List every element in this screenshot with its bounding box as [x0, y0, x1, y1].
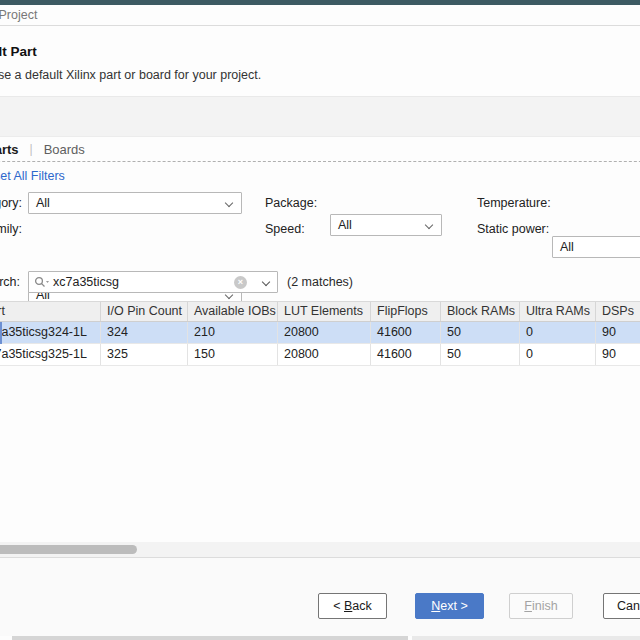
col-header-flipflops[interactable]: FlipFlops: [371, 302, 441, 321]
chevron-down-icon: [425, 221, 433, 229]
window-title: New Project: [0, 5, 37, 26]
cell-io-pin-count: 324: [101, 322, 188, 343]
cell-lut-elements: 20800: [278, 322, 371, 343]
cell-part: xc7a35ticsg325-1L: [0, 344, 101, 365]
package-select-value: All: [338, 218, 352, 232]
page-title: Default Part: [0, 44, 37, 59]
col-header-block-rams[interactable]: Block RAMs: [441, 302, 520, 321]
page-subtitle: Choose a default Xilinx part or board fo…: [0, 68, 261, 82]
category-select[interactable]: All: [28, 192, 242, 214]
category-select-value: All: [36, 196, 50, 210]
new-project-wizard-window: New Project Default Part Choose a defaul…: [0, 0, 640, 640]
cell-block-rams: 50: [441, 344, 520, 365]
table-row[interactable]: xc7a35ticsg325-1L 325 150 20800 41600 50…: [0, 344, 640, 366]
dashed-divider: [0, 161, 640, 162]
parts-table-header: Part I/O Pin Count Available IOBs LUT El…: [0, 301, 640, 322]
finish-button[interactable]: Finish: [509, 593, 573, 619]
horizontal-scrollbar[interactable]: [0, 542, 640, 557]
search-label: Search:: [0, 271, 20, 293]
family-label: Family:: [0, 218, 22, 240]
circle-x-icon[interactable]: ×: [234, 276, 247, 289]
col-header-io-pin-count[interactable]: I/O Pin Count: [101, 302, 188, 321]
tab-separator: |: [30, 142, 33, 156]
cell-ultra-rams: 0: [520, 344, 596, 365]
speed-label: Speed:: [265, 218, 305, 240]
cell-part: xc7a35ticsg324-1L: [0, 322, 101, 343]
wizard-banner: Default Part Choose a default Xilinx par…: [0, 26, 640, 96]
back-button[interactable]: < Back: [318, 593, 387, 619]
chevron-down-icon[interactable]: [262, 278, 270, 286]
search-input[interactable]: xc7a35ticsg ×: [28, 271, 278, 293]
cell-flipflops: 41600: [371, 344, 441, 365]
match-count: (2 matches): [287, 271, 353, 293]
cell-dsps: 90: [596, 322, 640, 343]
package-label: Package:: [265, 192, 317, 214]
static-power-label: Static power:: [477, 218, 549, 240]
background-window-edge-left: [12, 636, 408, 640]
next-button[interactable]: Next >: [415, 593, 484, 619]
cell-ultra-rams: 0: [520, 322, 596, 343]
cell-available-iobs: 150: [188, 344, 278, 365]
temperature-select-value: All: [560, 240, 574, 254]
window-titlebar: New Project: [0, 5, 640, 26]
cell-io-pin-count: 325: [101, 344, 188, 365]
cell-block-rams: 50: [441, 322, 520, 343]
reset-all-filters-link[interactable]: Reset All Filters: [0, 169, 65, 183]
col-header-ultra-rams[interactable]: Ultra RAMs: [520, 302, 596, 321]
magnifier-icon: [34, 276, 50, 289]
parts-boards-tabs: Parts | Boards: [0, 139, 85, 159]
cell-available-iobs: 210: [188, 322, 278, 343]
tab-parts[interactable]: Parts: [0, 142, 19, 157]
cancel-button[interactable]: Cancel: [603, 593, 640, 619]
category-label: Category:: [0, 192, 22, 214]
cell-dsps: 90: [596, 344, 640, 365]
parts-table: Part I/O Pin Count Available IOBs LUT El…: [0, 301, 640, 366]
screenshot-viewport: New Project Default Part Choose a defaul…: [0, 0, 640, 640]
background-window-edge-right: [412, 636, 640, 640]
col-header-lut-elements[interactable]: LUT Elements: [278, 302, 371, 321]
table-row-selected[interactable]: xc7a35ticsg324-1L 324 210 20800 41600 50…: [0, 322, 640, 344]
col-header-part[interactable]: Part: [0, 302, 101, 321]
search-input-value: xc7a35ticsg: [53, 272, 119, 292]
horizontal-scrollbar-thumb[interactable]: [0, 545, 137, 554]
chevron-down-icon: [225, 199, 233, 207]
temperature-label: Temperature:: [477, 192, 551, 214]
package-select[interactable]: All: [330, 214, 442, 236]
tab-boards[interactable]: Boards: [44, 142, 85, 157]
banner-separator-band: [0, 96, 640, 137]
cell-lut-elements: 20800: [278, 344, 371, 365]
col-header-dsps[interactable]: DSPs: [596, 302, 640, 321]
selected-row-focus-tick: [0, 322, 2, 344]
col-header-available-iobs[interactable]: Available IOBs: [188, 302, 278, 321]
temperature-select[interactable]: All: [552, 236, 640, 258]
cell-flipflops: 41600: [371, 322, 441, 343]
